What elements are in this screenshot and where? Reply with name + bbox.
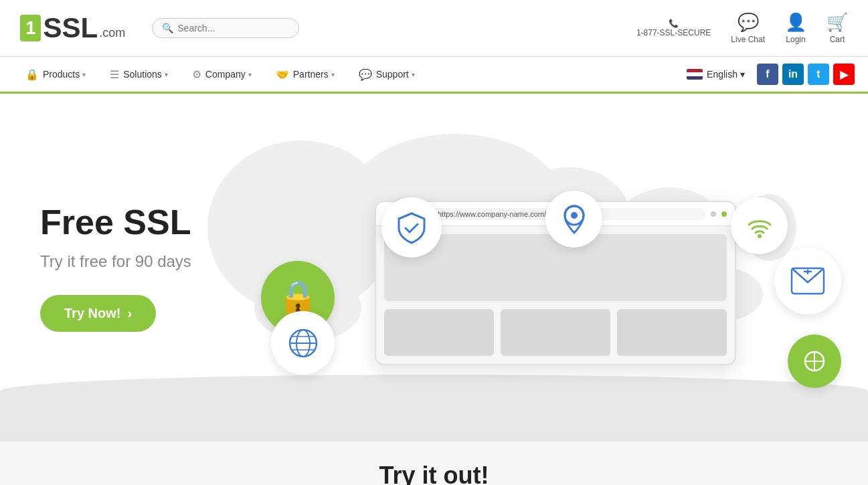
- hero-content: Free SSL Try it free for 90 days Try Now…: [0, 163, 232, 372]
- hero-subtitle: Try it free for 90 days: [40, 252, 191, 271]
- company-chevron: ▾: [248, 71, 252, 78]
- svg-point-11: [758, 234, 762, 238]
- cart-icon: 🛒: [827, 12, 848, 33]
- language-selector[interactable]: English ▾: [687, 69, 745, 80]
- nav-item-solutions[interactable]: ☰ Solutions ▾: [98, 56, 180, 93]
- hero-section: Free SSL Try it free for 90 days Try Now…: [0, 94, 868, 442]
- try-now-label: Try Now!: [64, 306, 120, 321]
- facebook-button[interactable]: f: [757, 64, 778, 85]
- browser-card-2: [501, 309, 610, 356]
- login-icon: 👤: [785, 12, 806, 33]
- svg-point-10: [571, 212, 578, 219]
- cart-label: Cart: [830, 35, 845, 44]
- logo-prefix: 1: [20, 15, 41, 41]
- flag-icon: [687, 69, 703, 80]
- nav-item-products[interactable]: 🔒 Products ▾: [13, 56, 98, 93]
- try-out-title: Try it out!: [13, 462, 855, 485]
- linkedin-button[interactable]: in: [782, 64, 804, 85]
- login-button[interactable]: 👤 Login: [785, 12, 806, 44]
- solutions-icon: ☰: [110, 68, 119, 81]
- nav-solutions-label: Solutions: [123, 69, 162, 80]
- language-label: English: [707, 69, 737, 80]
- nav-item-company[interactable]: ⚙ Company ▾: [180, 56, 264, 93]
- nav-support-label: Support: [376, 69, 409, 80]
- products-icon: 🔒: [25, 68, 39, 81]
- globe-icon: [271, 311, 335, 375]
- browser-dot-1: [711, 211, 716, 217]
- mail-icon: [774, 248, 841, 314]
- twitter-button[interactable]: t: [808, 64, 829, 85]
- cart-button[interactable]: 🛒 Cart: [827, 12, 848, 44]
- partners-chevron: ▾: [331, 71, 335, 78]
- livechat-label: Live Chat: [731, 35, 765, 44]
- nav-social: English ▾ f in t ▶: [687, 64, 855, 85]
- youtube-button[interactable]: ▶: [833, 64, 855, 85]
- lang-chevron: ▾: [740, 69, 745, 80]
- search-input[interactable]: [177, 23, 289, 33]
- nav-partners-label: Partners: [293, 69, 329, 80]
- search-icon: 🔍: [162, 23, 173, 33]
- browser-dot-2: [721, 211, 727, 217]
- url-text: https://www.company-name.com/: [438, 210, 546, 218]
- nav-bar: 🔒 Products ▾ ☰ Solutions ▾ ⚙ Company ▾ 🤝…: [0, 57, 868, 94]
- partners-icon: 🤝: [276, 68, 289, 81]
- hero-title: Free SSL: [40, 203, 191, 241]
- logo-tld: .com: [99, 26, 125, 40]
- nav-products-label: Products: [43, 69, 80, 80]
- browser-card-1: [384, 309, 494, 356]
- shield-icon: [381, 197, 442, 258]
- try-now-arrow: ›: [127, 306, 132, 321]
- search-bar[interactable]: 🔍: [152, 18, 299, 38]
- browser-card-3: [617, 309, 727, 356]
- bottom-green-icon: [788, 334, 841, 388]
- nav-item-partners[interactable]: 🤝 Partners ▾: [264, 56, 347, 93]
- phone-icon: 📞: [669, 19, 679, 28]
- browser-cards: [384, 309, 727, 356]
- logo-name: SSL: [44, 12, 98, 44]
- top-actions: 📞 1-877-SSL-SECURE 💬 Live Chat 👤 Login 🛒…: [636, 12, 848, 44]
- solutions-chevron: ▾: [165, 71, 168, 78]
- phone-number: 1-877-SSL-SECURE: [636, 28, 711, 37]
- wave-bottom: [0, 375, 868, 442]
- top-bar: 1 SSL .com 🔍 📞 1-877-SSL-SECURE 💬 Live C…: [0, 0, 868, 57]
- login-label: Login: [786, 35, 805, 44]
- products-chevron: ▾: [82, 71, 86, 78]
- company-icon: ⚙: [192, 68, 201, 81]
- livechat-button[interactable]: 💬 Live Chat: [731, 12, 765, 44]
- support-chevron: ▾: [412, 71, 415, 78]
- nav-item-support[interactable]: 💬 Support ▾: [347, 56, 427, 93]
- try-out-section: Try it out!: [0, 442, 868, 485]
- livechat-icon: 💬: [737, 12, 759, 33]
- support-icon: 💬: [359, 68, 372, 81]
- location-pin-icon: [545, 191, 602, 248]
- nav-company-label: Company: [205, 69, 246, 80]
- phone-item: 📞 1-877-SSL-SECURE: [636, 19, 711, 37]
- logo[interactable]: 1 SSL .com: [20, 12, 125, 44]
- try-now-button[interactable]: Try Now! ›: [40, 295, 156, 332]
- wifi-icon: [731, 197, 788, 254]
